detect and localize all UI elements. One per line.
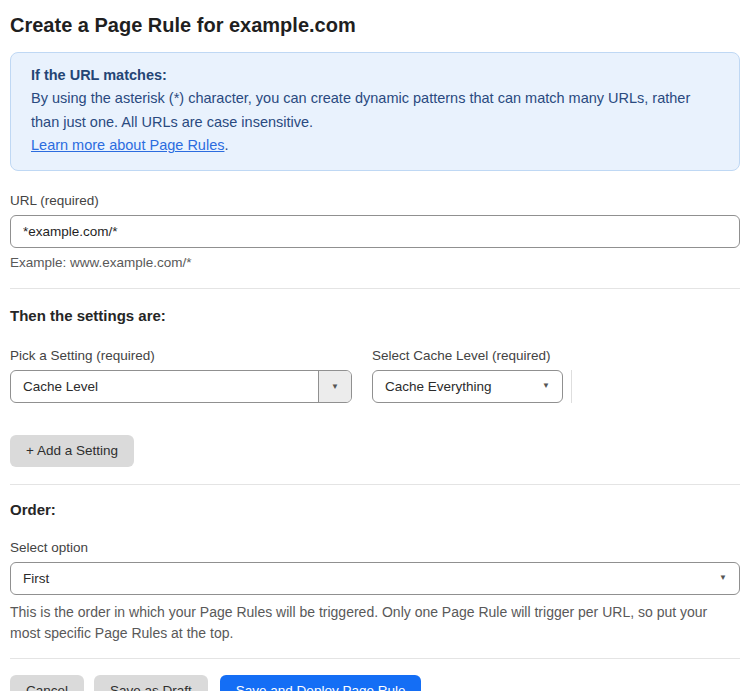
cache-level-label: Select Cache Level (required): [372, 348, 572, 363]
cache-level-dropdown[interactable]: Cache Everything ▼: [372, 370, 563, 403]
info-box-body: By using the asterisk (*) character, you…: [31, 87, 719, 134]
url-field-label: URL (required): [10, 193, 740, 208]
cache-level-value: Cache Everything: [373, 379, 542, 394]
url-helper-text: Example: www.example.com/*: [10, 255, 740, 270]
pick-setting-value: Cache Level: [11, 379, 318, 394]
save-as-draft-button[interactable]: Save as Draft: [94, 675, 208, 691]
info-box-link-line: Learn more about Page Rules.: [31, 134, 719, 157]
setting-row-divider: [571, 370, 572, 403]
link-period: .: [224, 137, 228, 153]
url-input[interactable]: [10, 215, 740, 248]
chevron-down-icon: ▼: [719, 574, 739, 582]
save-and-deploy-button[interactable]: Save and Deploy Page Rule: [220, 675, 422, 691]
info-box-heading: If the URL matches:: [31, 64, 719, 87]
divider: [10, 658, 740, 659]
pick-setting-label: Pick a Setting (required): [10, 348, 352, 363]
order-select-value: First: [11, 571, 719, 586]
divider: [10, 484, 740, 485]
divider: [10, 288, 740, 289]
url-match-info-box: If the URL matches: By using the asteris…: [10, 52, 740, 171]
cancel-button[interactable]: Cancel: [10, 675, 84, 691]
pick-setting-dropdown[interactable]: Cache Level ▼: [10, 370, 352, 403]
cache-level-column: Select Cache Level (required) Cache Ever…: [372, 348, 572, 403]
order-select-label: Select option: [10, 540, 740, 555]
order-helper-text: This is the order in which your Page Rul…: [10, 602, 740, 644]
learn-more-link[interactable]: Learn more about Page Rules: [31, 137, 224, 153]
setting-column: Pick a Setting (required) Cache Level ▼: [10, 348, 352, 403]
form-actions: Cancel Save as Draft Save and Deploy Pag…: [10, 675, 740, 691]
settings-row: Pick a Setting (required) Cache Level ▼ …: [10, 348, 740, 403]
order-section-heading: Order:: [10, 501, 740, 518]
chevron-down-icon: ▼: [542, 382, 562, 390]
page-title: Create a Page Rule for example.com: [10, 12, 740, 38]
add-setting-button[interactable]: + Add a Setting: [10, 435, 134, 467]
chevron-down-icon[interactable]: ▼: [318, 371, 351, 402]
settings-section-heading: Then the settings are:: [10, 307, 740, 324]
order-select[interactable]: First ▼: [10, 562, 740, 595]
